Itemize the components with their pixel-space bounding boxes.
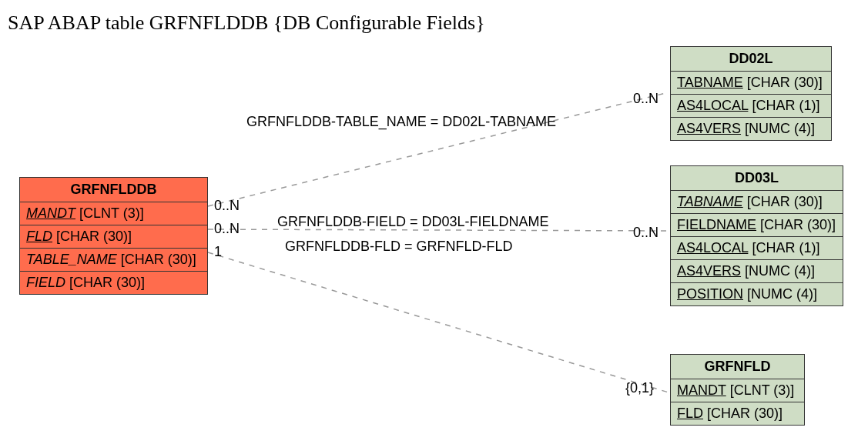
entity-field: FLD [CHAR (30)] [671, 402, 804, 425]
entity-dd02l: DD02L TABNAME [CHAR (30)] AS4LOCAL [CHAR… [670, 46, 832, 141]
cardinality-left-1: 0..N [214, 198, 240, 214]
entity-field: TABNAME [CHAR (30)] [671, 72, 831, 95]
svg-line-2 [208, 252, 669, 392]
relation-label-3: GRFNFLDDB-FLD = GRFNFLD-FLD [285, 239, 513, 255]
cardinality-right-2: 0..N [633, 225, 659, 241]
relation-label-2: GRFNFLDDB-FIELD = DD03L-FIELDNAME [277, 214, 549, 230]
entity-field: AS4LOCAL [CHAR (1)] [671, 237, 843, 260]
entity-dd02l-header: DD02L [671, 47, 831, 72]
cardinality-right-1: 0..N [633, 91, 659, 107]
entity-field: FLD [CHAR (30)] [20, 225, 207, 249]
svg-line-0 [208, 92, 669, 206]
entity-field: POSITION [NUMC (4)] [671, 283, 843, 305]
entity-field: MANDT [CLNT (3)] [20, 202, 207, 225]
entity-grfnflddb-header: GRFNFLDDB [20, 178, 207, 202]
entity-field: AS4VERS [NUMC (4)] [671, 260, 843, 283]
entity-field: TABNAME [CHAR (30)] [671, 191, 843, 214]
entity-dd03l: DD03L TABNAME [CHAR (30)] FIELDNAME [CHA… [670, 165, 843, 306]
relation-label-1: GRFNFLDDB-TABLE_NAME = DD02L-TABNAME [246, 114, 556, 130]
entity-dd03l-header: DD03L [671, 166, 843, 191]
entity-grfnfld-header: GRFNFLD [671, 355, 804, 379]
entity-field: FIELD [CHAR (30)] [20, 272, 207, 294]
entity-field: AS4VERS [NUMC (4)] [671, 118, 831, 140]
entity-grfnfld: GRFNFLD MANDT [CLNT (3)] FLD [CHAR (30)] [670, 354, 805, 426]
entity-field: TABLE_NAME [CHAR (30)] [20, 249, 207, 272]
diagram-title: SAP ABAP table GRFNFLDDB {DB Configurabl… [8, 12, 485, 35]
entity-grfnflddb: GRFNFLDDB MANDT [CLNT (3)] FLD [CHAR (30… [19, 177, 208, 295]
cardinality-left-2: 0..N [214, 221, 240, 237]
entity-field: FIELDNAME [CHAR (30)] [671, 214, 843, 237]
entity-field: MANDT [CLNT (3)] [671, 379, 804, 402]
cardinality-left-3: 1 [214, 244, 222, 260]
cardinality-right-3: {0,1} [625, 380, 654, 396]
entity-field: AS4LOCAL [CHAR (1)] [671, 95, 831, 118]
